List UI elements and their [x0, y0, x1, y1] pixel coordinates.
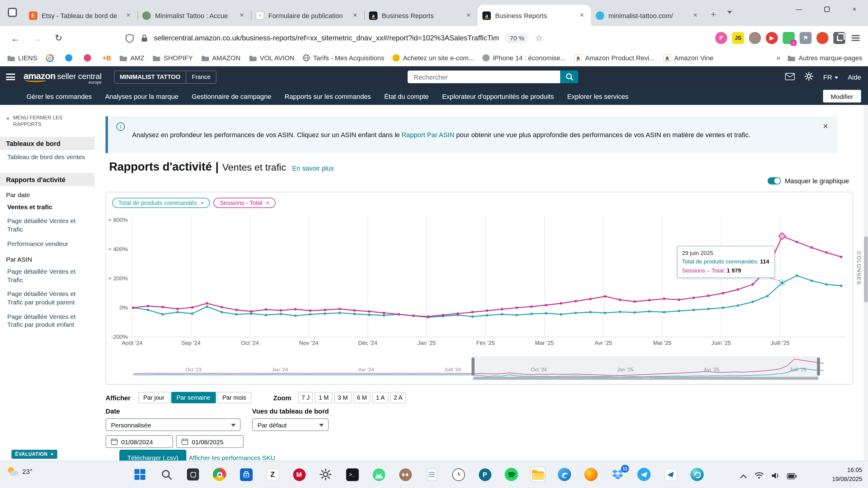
sidebar-item[interactable]: Tableau de bord des ventes	[0, 150, 95, 164]
account-marketplace-switcher[interactable]: MINIMALIST TATTOO France	[114, 70, 216, 84]
clock-app-icon[interactable]	[451, 467, 466, 482]
edit-nav-button[interactable]: Modifier	[823, 90, 861, 102]
date-range-select[interactable]: Personnalisée	[105, 418, 241, 431]
sidebar-item[interactable]: Performance vendeur	[0, 237, 95, 251]
page-scrollbar[interactable]	[864, 105, 868, 461]
messages-icon[interactable]	[785, 73, 795, 81]
bookmarks-overflow-chevron[interactable]: »	[776, 54, 780, 62]
taskbar-clock[interactable]: 16:05 19/08/2025	[832, 465, 862, 484]
asin-report-link[interactable]: Rapport Par ASIN	[402, 131, 454, 138]
firefox-icon[interactable]	[584, 467, 598, 482]
sidebar-item[interactable]: Ventes et trafic	[0, 200, 95, 214]
extension-p-icon[interactable]: P	[715, 32, 727, 44]
nav-link[interactable]: Explorer les services	[567, 93, 628, 100]
zoom-range-button[interactable]: 1 A	[372, 392, 388, 403]
zoom-range-button[interactable]: 1 M	[315, 392, 332, 403]
edge-icon[interactable]	[557, 467, 571, 482]
bookmark-item[interactable]: +B	[102, 54, 111, 62]
minimize-button[interactable]: —	[785, 0, 813, 18]
bookmark-item[interactable]: Achetez un site e-com...	[393, 54, 474, 62]
z-app-icon[interactable]: Z	[265, 467, 280, 482]
bookmark-other-folder[interactable]: Autres marque-pages	[787, 54, 862, 62]
file-explorer-icon[interactable]	[531, 467, 545, 482]
nav-link[interactable]: Explorateur d'opportunités de produits	[442, 93, 554, 100]
chart-canvas[interactable]: + 600%+ 400%+ 200%0%-200%Août '24Sep '24…	[106, 192, 854, 385]
date-from-input[interactable]: 01/08/2024	[105, 435, 173, 448]
extension-crop[interactable]	[833, 32, 845, 44]
help-link[interactable]: Aide	[848, 73, 861, 80]
evaluation-badge[interactable]: ÉVALUATION ×	[11, 450, 57, 459]
settings-icon[interactable]	[318, 467, 333, 482]
banner-close-icon[interactable]: ×	[823, 121, 828, 131]
android-app-icon[interactable]	[371, 467, 386, 482]
zoom-range-button[interactable]: 3 M	[334, 392, 351, 403]
reload-button[interactable]: ↻	[52, 33, 65, 43]
display-option-button[interactable]: Par jour	[138, 392, 170, 403]
task-view-button[interactable]	[186, 467, 200, 482]
date-to-input[interactable]: 01/08/2025	[176, 435, 244, 448]
bookmark-item[interactable]: AMZ	[119, 54, 144, 62]
tracking-shield-icon[interactable]	[125, 33, 134, 42]
chrome-icon[interactable]	[212, 467, 227, 482]
start-button[interactable]	[133, 467, 147, 482]
browser-tab[interactable]: minimalist-tattoo.com/ ×	[591, 5, 704, 26]
tab-workspace-icon[interactable]	[8, 8, 17, 17]
tab-close-icon[interactable]: ×	[351, 11, 360, 20]
close-button[interactable]: ×	[841, 0, 868, 18]
bookmark-item[interactable]: G	[46, 54, 57, 62]
wifi-icon[interactable]	[754, 471, 764, 482]
dropbox-icon[interactable]: 11	[610, 467, 625, 482]
browser-tab[interactable]: E Etsy - Tableau de bord de ×	[24, 5, 137, 26]
profile-avatar[interactable]	[749, 32, 761, 44]
battery-icon[interactable]	[787, 471, 797, 482]
search-button[interactable]	[159, 467, 174, 482]
plane-app-icon[interactable]	[663, 467, 678, 482]
sidebar-item[interactable]: Page détaillée Ventes et Trafic par prod…	[0, 310, 95, 332]
p-app-icon[interactable]: P	[477, 467, 492, 482]
settings-gear-icon[interactable]	[805, 72, 814, 82]
tray-chevron-up-icon[interactable]	[740, 471, 747, 482]
zoom-range-button[interactable]: 7 J	[298, 392, 313, 403]
bookmark-item[interactable]: Tarifs - Mes Acquisitions	[303, 54, 384, 62]
extension-video-icon[interactable]: ▶	[766, 32, 778, 44]
bookmark-item[interactable]: iPhone 14 : économise...	[483, 54, 566, 62]
bookmark-item[interactable]: aAmazon Vine	[663, 54, 713, 62]
nav-link[interactable]: Gestionnaire de campagne	[192, 93, 271, 100]
nav-link[interactable]: Gérer les commandes	[27, 93, 92, 100]
chip-remove-icon[interactable]: ×	[200, 199, 204, 206]
new-tab-button[interactable]: +	[707, 7, 720, 21]
address-bar[interactable]: sellercentral.amazon.co.uk/business-repo…	[154, 34, 499, 42]
browser-tab[interactable]: a Business Reports ×	[364, 5, 477, 26]
learn-more-link[interactable]: En savoir plus	[292, 165, 334, 172]
bookmark-item[interactable]: LIENS	[7, 54, 37, 62]
nav-link[interactable]: Analyses pour la marque	[105, 93, 178, 100]
metric-chip[interactable]: Sessions - Total×	[214, 198, 276, 208]
security-app-icon[interactable]: M	[292, 467, 306, 482]
language-selector[interactable]: FR	[824, 73, 838, 80]
hamburger-menu-icon[interactable]	[6, 73, 15, 80]
evaluation-close-icon[interactable]: ×	[51, 452, 54, 457]
bookmark-star-icon[interactable]: ☆	[535, 33, 543, 43]
scrollbar-thumb[interactable]	[864, 236, 868, 303]
browser-tab[interactable]: a Business Reports ×	[477, 5, 591, 26]
zoom-range-button[interactable]: 6 M	[353, 392, 371, 403]
extension-js-icon[interactable]: JS	[732, 32, 744, 44]
media-app-icon[interactable]	[690, 467, 704, 482]
amazon-seller-central-logo[interactable]: amazon seller central europe	[24, 70, 102, 84]
sku-performance-link[interactable]: Afficher les performances SKU	[189, 454, 275, 461]
gimp-icon[interactable]	[398, 467, 412, 482]
nav-link[interactable]: Rapports sur les commandes	[285, 93, 371, 100]
extension-notify-icon[interactable]: !	[783, 32, 795, 44]
telegram-icon[interactable]	[637, 467, 651, 482]
bookmark-item[interactable]: aAmazon Product Revi...	[575, 54, 655, 62]
sidebar-item[interactable]: Page détaillée Ventes et Trafic	[0, 214, 95, 237]
search-button[interactable]	[560, 70, 578, 83]
dashboard-view-select[interactable]: Par défaut	[252, 418, 329, 431]
bookmark-item[interactable]: VOL AVION	[249, 54, 294, 62]
display-option-button[interactable]: Par mois	[217, 392, 251, 403]
bookmark-item[interactable]: SHOPIFY	[153, 54, 193, 62]
volume-icon[interactable]	[771, 471, 780, 482]
tab-close-icon[interactable]: ×	[238, 11, 246, 20]
sidebar-close-menu[interactable]: × MENU FERMER LES RAPPORTS	[6, 115, 90, 128]
nav-link[interactable]: État du compte	[384, 93, 429, 100]
